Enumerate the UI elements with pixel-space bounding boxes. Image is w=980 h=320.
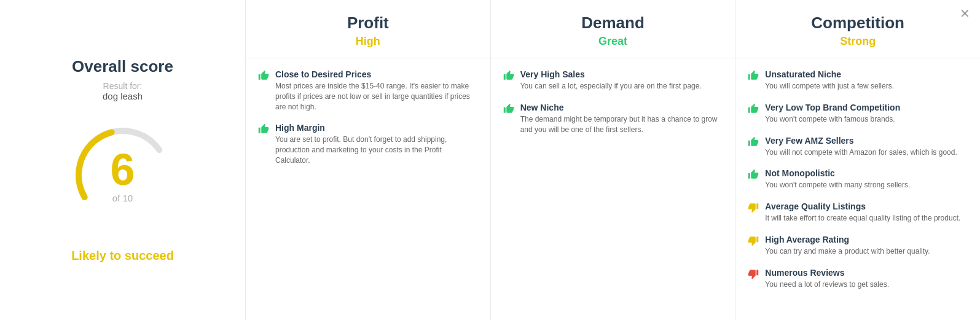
thumbs-down-yellow-icon: [748, 202, 759, 216]
overall-score-title: Overall score: [72, 57, 173, 76]
result-for-label: Result for:: [103, 81, 143, 91]
profit-title: Profit: [252, 14, 484, 33]
profit-body: Close to Desired PricesMost prices are i…: [246, 58, 490, 320]
column-demand: DemandGreatVery High SalesYou can sell a…: [491, 0, 736, 320]
item-desc: You need a lot of reviews to get sales.: [765, 279, 889, 290]
thumbs-up-icon: [503, 103, 514, 117]
profit-subtitle: High: [252, 35, 484, 48]
item-title: Very Low Top Brand Competition: [765, 103, 900, 112]
demand-body: Very High SalesYou can sell a lot, espec…: [491, 58, 735, 320]
list-item: High MarginYou are set to profit. But do…: [258, 123, 478, 165]
score-gauge: 6 of 10: [68, 120, 178, 230]
item-content: Average Quality ListingsIt will take eff…: [765, 201, 960, 224]
item-title: High Margin: [275, 123, 478, 133]
competition-header: CompetitionStrong: [735, 0, 980, 58]
item-desc: You will compete with just a few sellers…: [765, 81, 894, 92]
item-title: High Average Rating: [765, 235, 930, 244]
item-desc: It will take effort to create equal qual…: [765, 213, 960, 224]
list-item: Numerous ReviewsYou need a lot of review…: [748, 268, 968, 290]
item-desc: You will not compete with Amazon for sal…: [765, 147, 957, 158]
item-content: High MarginYou are set to profit. But do…: [275, 123, 478, 165]
column-profit: ProfitHighClose to Desired PricesMost pr…: [246, 0, 491, 320]
demand-title: Demand: [497, 14, 729, 33]
item-desc: The demand might be temporary but it has…: [520, 114, 723, 135]
list-item: Average Quality ListingsIt will take eff…: [748, 201, 968, 224]
item-title: Very Few AMZ Sellers: [765, 136, 957, 146]
item-desc: You won't compete with famous brands.: [765, 114, 900, 125]
score-of: of 10: [110, 193, 135, 203]
thumbs-up-icon: [748, 103, 759, 117]
thumbs-down-red-icon: [748, 268, 759, 283]
main-container: ✕ Overall score Result for: dog leash 6 …: [0, 0, 980, 320]
item-title: New Niche: [520, 103, 723, 112]
list-item: Very High SalesYou can sell a lot, espec…: [503, 69, 723, 92]
list-item: Close to Desired PricesMost prices are i…: [258, 69, 478, 112]
item-content: Not MonopolisticYou won't compete with m…: [765, 168, 910, 190]
thumbs-up-icon: [748, 70, 759, 84]
thumbs-up-icon: [748, 169, 759, 183]
list-item: Very Few AMZ SellersYou will not compete…: [748, 136, 968, 158]
item-title: Numerous Reviews: [765, 268, 889, 278]
likely-label: Likely to succeed: [71, 249, 174, 263]
list-item: Not MonopolisticYou won't compete with m…: [748, 168, 968, 190]
list-item: High Average RatingYou can try and make …: [748, 235, 968, 257]
item-content: Close to Desired PricesMost prices are i…: [275, 69, 478, 112]
item-desc: You are set to profit. But don't forget …: [275, 135, 478, 165]
left-panel: Overall score Result for: dog leash 6 of…: [0, 0, 246, 320]
competition-title: Competition: [742, 14, 974, 33]
item-title: Close to Desired Prices: [275, 69, 478, 79]
score-number: 6: [110, 147, 135, 192]
demand-header: DemandGreat: [491, 0, 735, 58]
item-title: Unsaturated Niche: [765, 69, 894, 79]
item-title: Very High Sales: [520, 69, 702, 79]
item-desc: Most prices are inside the $15-40 range.…: [275, 81, 478, 112]
list-item: New NicheThe demand might be temporary b…: [503, 103, 723, 135]
item-content: New NicheThe demand might be temporary b…: [520, 103, 723, 135]
columns-wrapper: ProfitHighClose to Desired PricesMost pr…: [246, 0, 980, 320]
close-button[interactable]: ✕: [960, 7, 970, 20]
result-query: dog leash: [103, 91, 143, 101]
list-item: Unsaturated NicheYou will compete with j…: [748, 69, 968, 92]
thumbs-down-yellow-icon: [748, 235, 759, 249]
item-content: High Average RatingYou can try and make …: [765, 235, 930, 257]
item-title: Average Quality Listings: [765, 201, 960, 211]
item-content: Unsaturated NicheYou will compete with j…: [765, 69, 894, 92]
item-desc: You can sell a lot, especially if you ar…: [520, 81, 702, 92]
item-desc: You won't compete with many strong selle…: [765, 180, 910, 190]
item-title: Not Monopolistic: [765, 168, 910, 178]
thumbs-up-icon: [748, 136, 759, 150]
thumbs-up-icon: [258, 70, 269, 84]
column-competition: CompetitionStrongUnsaturated NicheYou wi…: [735, 0, 980, 320]
item-desc: You can try and make a product with bett…: [765, 246, 930, 257]
item-content: Very Few AMZ SellersYou will not compete…: [765, 136, 957, 158]
item-content: Very Low Top Brand CompetitionYou won't …: [765, 103, 900, 125]
thumbs-up-icon: [258, 123, 269, 138]
profit-header: ProfitHigh: [246, 0, 490, 58]
item-content: Very High SalesYou can sell a lot, espec…: [520, 69, 702, 92]
list-item: Very Low Top Brand CompetitionYou won't …: [748, 103, 968, 125]
thumbs-up-icon: [503, 70, 514, 84]
gauge-center: 6 of 10: [110, 147, 135, 203]
demand-subtitle: Great: [497, 35, 729, 48]
competition-body: Unsaturated NicheYou will compete with j…: [735, 58, 980, 320]
competition-subtitle: Strong: [742, 35, 974, 48]
item-content: Numerous ReviewsYou need a lot of review…: [765, 268, 889, 290]
